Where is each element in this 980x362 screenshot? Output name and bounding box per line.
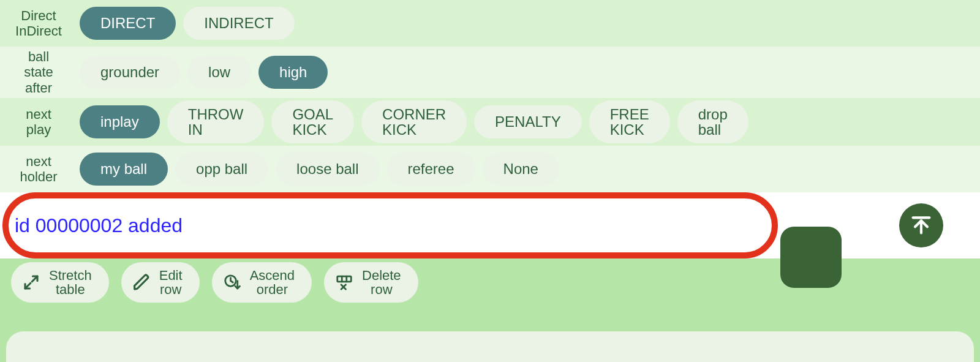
option-none[interactable]: None (483, 153, 559, 186)
row-direct-indirect: Direct InDirect DIRECT INDIRECT (0, 0, 980, 47)
option-my-ball[interactable]: my ball (80, 153, 168, 186)
option-direct[interactable]: DIRECT (80, 7, 176, 40)
row-next-play: next play inplay THROW IN GOAL KICK CORN… (0, 98, 980, 146)
clock-down-icon (223, 273, 241, 292)
row-ball-state-after: ball state after grounder low high (0, 47, 980, 98)
row-label-direct-indirect: Direct InDirect (0, 8, 77, 39)
bottom-panel (6, 331, 974, 362)
scroll-top-button[interactable] (899, 203, 943, 247)
option-grounder[interactable]: grounder (80, 56, 180, 89)
option-high[interactable]: high (258, 56, 328, 89)
option-free-kick[interactable]: FREE KICK (589, 100, 670, 143)
row-label-next-holder: next holder (0, 154, 77, 185)
option-opp-ball[interactable]: opp ball (175, 153, 268, 186)
option-loose-ball[interactable]: loose ball (276, 153, 379, 186)
expand-icon (22, 273, 40, 292)
pencil-icon (132, 273, 151, 292)
option-inplay[interactable]: inplay (80, 105, 160, 138)
status-box: id 00000002 added (2, 192, 778, 258)
stretch-table-button[interactable]: Stretch table (11, 262, 109, 303)
option-penalty[interactable]: PENALTY (474, 105, 582, 138)
option-drop-ball[interactable]: drop ball (677, 100, 748, 143)
row-label-ball-state-after: ball state after (0, 49, 77, 96)
option-indirect[interactable]: INDIRECT (183, 7, 294, 40)
row-label-next-play: next play (0, 107, 77, 138)
option-low[interactable]: low (187, 56, 251, 89)
arrow-up-icon (909, 213, 933, 239)
row-next-holder: next holder my ball opp ball loose ball … (0, 146, 980, 192)
ascend-order-button[interactable]: Ascend order (212, 262, 312, 303)
delete-row-icon (335, 273, 353, 292)
edit-row-button[interactable]: Edit row (121, 262, 200, 303)
status-message: id 00000002 added (15, 214, 183, 237)
status-area: id 00000002 added (0, 192, 980, 258)
option-corner-kick[interactable]: CORNER KICK (361, 100, 467, 143)
delete-row-button[interactable]: Delete row (324, 262, 418, 303)
add-button[interactable] (780, 227, 842, 288)
svg-rect-8 (337, 276, 352, 282)
option-goal-kick[interactable]: GOAL KICK (271, 100, 354, 143)
option-referee[interactable]: referee (387, 153, 475, 186)
option-throw-in[interactable]: THROW IN (167, 100, 265, 143)
